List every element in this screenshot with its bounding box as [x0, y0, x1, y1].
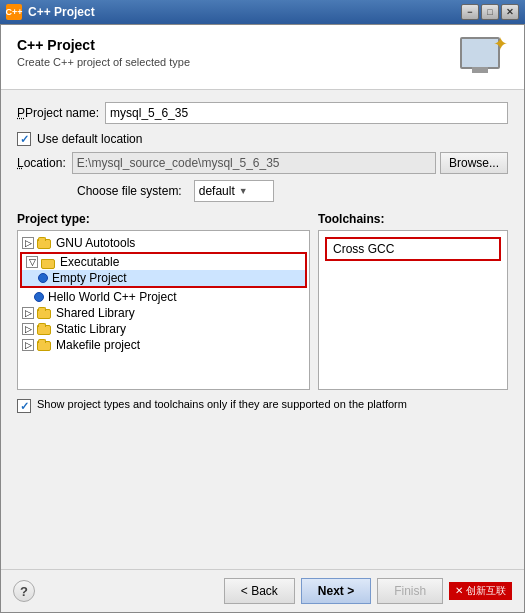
- project-toolchain-section: Project type: ▷ GNU Autotools ▽: [17, 212, 508, 390]
- show-checkbox-check: ✓: [20, 400, 29, 413]
- toolchains-section: Toolchains: Cross GCC: [318, 212, 508, 390]
- tree-toggle-static: ▷: [22, 323, 34, 335]
- project-type-tree: ▷ GNU Autotools ▽ Executable: [17, 230, 310, 390]
- dot-icon-hello-world: [34, 292, 44, 302]
- toolchains-label: Toolchains:: [318, 212, 508, 226]
- tree-item-empty-project[interactable]: Empty Project: [22, 270, 305, 286]
- back-button[interactable]: < Back: [224, 578, 295, 604]
- dialog-body: PProject name: ✓ Use default location Lo…: [1, 90, 524, 569]
- filesystem-row: Choose file system: default ▼: [17, 180, 508, 202]
- folder-icon-gnu: [37, 237, 53, 249]
- tree-label-executable: Executable: [60, 255, 119, 269]
- wand-icon: ✦: [493, 33, 508, 55]
- select-arrow-icon: ▼: [239, 186, 248, 196]
- watermark-text: ✕ 创新互联: [455, 584, 506, 598]
- dialog-footer: ? < Back Next > Finish ✕ 创新互联: [1, 569, 524, 612]
- folder-icon-makefile: [37, 339, 53, 351]
- location-label: Location:: [17, 156, 66, 170]
- dot-icon-empty-project: [38, 273, 48, 283]
- project-type-section: Project type: ▷ GNU Autotools ▽: [17, 212, 310, 390]
- tree-toggle-shared: ▷: [22, 307, 34, 319]
- tree-toggle-executable: ▽: [26, 256, 38, 268]
- location-input[interactable]: [72, 152, 436, 174]
- title-bar-text: C++ Project: [28, 5, 461, 19]
- project-name-input[interactable]: [105, 102, 508, 124]
- title-bar: C++ C++ Project − □ ✕: [0, 0, 525, 24]
- next-button[interactable]: Next >: [301, 578, 371, 604]
- header-text: C++ Project Create C++ project of select…: [17, 37, 190, 68]
- show-checkbox[interactable]: ✓: [17, 399, 31, 413]
- project-name-row: PProject name:: [17, 102, 508, 124]
- project-type-label: Project type:: [17, 212, 310, 226]
- tree-item-static-library[interactable]: ▷ Static Library: [18, 321, 309, 337]
- dialog-header: C++ Project Create C++ project of select…: [1, 25, 524, 90]
- tree-label-static-library: Static Library: [56, 322, 126, 336]
- browse-button[interactable]: Browse...: [440, 152, 508, 174]
- app-icon: C++: [6, 4, 22, 20]
- tree-item-executable[interactable]: ▽ Executable: [22, 254, 305, 270]
- executable-highlight-box: ▽ Executable Empty Project: [20, 252, 307, 288]
- minimize-button[interactable]: −: [461, 4, 479, 20]
- header-icon: ✦: [460, 37, 508, 77]
- checkbox-check: ✓: [20, 133, 29, 146]
- tree-toggle-makefile: ▷: [22, 339, 34, 351]
- watermark: ✕ 创新互联: [449, 582, 512, 600]
- folder-icon-static: [37, 323, 53, 335]
- maximize-button[interactable]: □: [481, 4, 499, 20]
- footer-right: < Back Next > Finish ✕ 创新互联: [224, 578, 512, 604]
- use-default-label: Use default location: [37, 132, 142, 146]
- tree-toggle-gnu: ▷: [22, 237, 34, 249]
- tree-item-makefile[interactable]: ▷ Makefile project: [18, 337, 309, 353]
- help-button[interactable]: ?: [13, 580, 35, 602]
- location-row: Location: Browse...: [17, 152, 508, 174]
- dialog: C++ Project Create C++ project of select…: [0, 24, 525, 613]
- folder-icon-shared: [37, 307, 53, 319]
- dialog-subtitle: Create C++ project of selected type: [17, 56, 190, 68]
- tree-label-hello-world: Hello World C++ Project: [48, 290, 177, 304]
- tree-label-makefile: Makefile project: [56, 338, 140, 352]
- use-default-checkbox[interactable]: ✓: [17, 132, 31, 146]
- dialog-title: C++ Project: [17, 37, 190, 53]
- footer-left: ?: [13, 580, 35, 602]
- finish-button[interactable]: Finish: [377, 578, 443, 604]
- show-checkbox-row: ✓ Show project types and toolchains only…: [17, 398, 508, 413]
- close-button[interactable]: ✕: [501, 4, 519, 20]
- use-default-location-row: ✓ Use default location: [17, 132, 508, 146]
- folder-icon-executable: [41, 256, 57, 268]
- project-name-label: PProject name:: [17, 106, 99, 120]
- tree-label-shared-library: Shared Library: [56, 306, 135, 320]
- title-bar-controls: − □ ✕: [461, 4, 519, 20]
- filesystem-label: Choose file system:: [17, 184, 182, 198]
- toolchain-item-cross-gcc[interactable]: Cross GCC: [325, 237, 501, 261]
- tree-label-gnu: GNU Autotools: [56, 236, 135, 250]
- toolchain-panel: Cross GCC: [318, 230, 508, 390]
- filesystem-select[interactable]: default ▼: [194, 180, 274, 202]
- tree-item-hello-world[interactable]: Hello World C++ Project: [18, 289, 309, 305]
- show-checkbox-label: Show project types and toolchains only i…: [37, 398, 407, 410]
- tree-label-empty-project: Empty Project: [52, 271, 127, 285]
- tree-item-shared-library[interactable]: ▷ Shared Library: [18, 305, 309, 321]
- tree-item-gnu-autotools[interactable]: ▷ GNU Autotools: [18, 235, 309, 251]
